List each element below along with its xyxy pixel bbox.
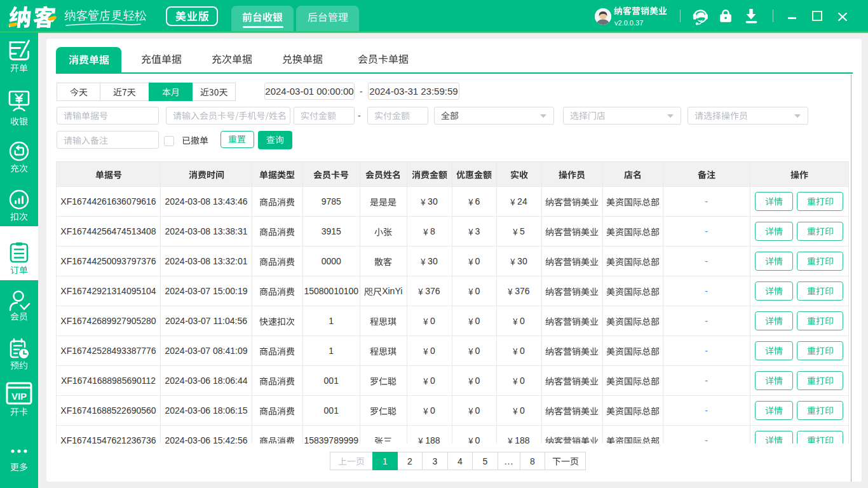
svg-text:VIP: VIP [11, 391, 27, 402]
